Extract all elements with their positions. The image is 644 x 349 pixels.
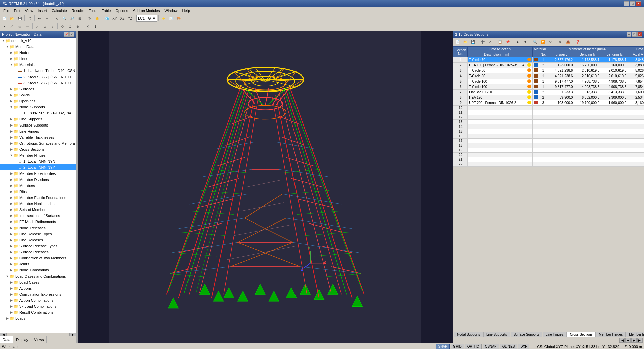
tree-intersections[interactable]: ▶ 📁 Intersections of Surfaces xyxy=(0,213,76,219)
menu-tools[interactable]: Tools xyxy=(87,8,99,13)
dt-save[interactable]: 💾 xyxy=(469,38,477,45)
tab-member-eccentricities[interactable]: Member Eccentricities xyxy=(626,332,644,337)
menu-file[interactable]: File xyxy=(1,8,11,13)
dt-add[interactable]: ➕ xyxy=(479,38,486,45)
tb-rotate[interactable]: ↻ xyxy=(86,15,93,22)
menu-edit[interactable]: Edit xyxy=(12,8,22,13)
tree-surface-supports[interactable]: ▶ 📁 Surface Supports xyxy=(0,122,76,128)
snap-btn[interactable]: SNAP xyxy=(436,344,449,349)
tb-node[interactable]: • xyxy=(1,23,8,30)
tb-zoom-all[interactable]: ⊞ xyxy=(76,15,84,22)
tree-toggle-mnl[interactable]: ▶ xyxy=(9,202,13,205)
tree-toggle-srt[interactable]: ▶ xyxy=(9,244,13,248)
tab-cross-sections[interactable]: Cross-Sections xyxy=(567,332,596,337)
tree-sets-members[interactable]: ▶ 📁 Sets of Members xyxy=(0,207,76,213)
tree-toggle-sr[interactable]: ▶ xyxy=(9,250,13,254)
tree-line-supports[interactable]: ▶ 📁 Line Supports xyxy=(0,116,76,122)
tree-toggle-ce[interactable]: ▶ xyxy=(9,293,13,296)
tree-line-releases[interactable]: ▶ 📁 Line Releases xyxy=(0,237,76,243)
dxf-btn[interactable]: DXF xyxy=(518,344,529,349)
panel-header-controls[interactable]: 📌 ✕ xyxy=(64,32,74,37)
tree-toggle-me[interactable]: ▶ xyxy=(9,172,13,175)
tb-properties[interactable]: ℹ xyxy=(92,23,99,30)
tree-toggle-orth[interactable]: ▶ xyxy=(9,142,13,145)
table-row[interactable]: 3 T-Circle 80 1 4,021,238.6 2,010,619.3 … xyxy=(453,68,644,73)
tb-delete[interactable]: ✕ xyxy=(84,23,91,30)
tree-toggle-joints[interactable]: ▶ xyxy=(9,262,13,266)
tb-snap-node[interactable]: ⊙ xyxy=(66,23,74,30)
tree-nodal-supports[interactable]: ▼ 📁 Nodal Supports xyxy=(0,104,76,110)
tb-snap-mid[interactable]: ⊕ xyxy=(74,23,82,30)
tree-member-elastic[interactable]: ▶ 📁 Member Elastic Foundations xyxy=(0,195,76,201)
osnap-btn[interactable]: OSNAP xyxy=(483,344,499,349)
dt-delete[interactable]: ✕ xyxy=(487,38,494,45)
scroll-left-btn[interactable]: ◀ xyxy=(0,333,7,336)
tree-toggle-nc[interactable]: ▶ xyxy=(9,268,13,272)
table-row[interactable]: 13 xyxy=(453,120,644,124)
tb-zoom-in[interactable]: 🔍 xyxy=(61,15,68,22)
tree-container[interactable]: ▼ 📁 doutnik_v10 ▼ 📁 Model Data ▶ 📁 Nodes… xyxy=(0,38,76,333)
tree-toggle-root[interactable]: ▼ xyxy=(1,39,5,42)
tree-members[interactable]: ▶ 📁 Members xyxy=(0,183,76,189)
table-row[interactable]: 17 xyxy=(453,139,644,143)
tree-mh1[interactable]: ◇ 1: Local: NNN NYN xyxy=(0,158,76,164)
tree-ribs[interactable]: ▶ 📁 Ribs xyxy=(0,189,76,195)
table-row[interactable]: 11 xyxy=(453,110,644,115)
nav-prev[interactable]: ◀ xyxy=(625,338,631,343)
tb-view-xz[interactable]: XZ xyxy=(119,15,126,22)
tab-line-supports[interactable]: Line Supports xyxy=(483,332,510,337)
tree-toggle-solids[interactable]: ▶ xyxy=(9,93,13,97)
tree-toggle-nodes[interactable]: ▶ xyxy=(9,51,13,54)
menu-window[interactable]: Window xyxy=(162,8,179,13)
tree-toggle-lh[interactable]: ▶ xyxy=(9,130,13,133)
tree-toggle-ac[interactable]: ▶ xyxy=(9,299,13,302)
table-row[interactable]: 18 xyxy=(453,143,644,148)
tb-new[interactable]: 📄 xyxy=(1,15,8,22)
tree-toggle-lr[interactable]: ▶ xyxy=(9,238,13,242)
tree-solids[interactable]: ▶ 📁 Solids xyxy=(0,92,76,98)
tb-print[interactable]: 🖨 xyxy=(26,15,33,22)
table-row[interactable]: 21 xyxy=(453,157,644,162)
tree-materials[interactable]: ▼ 📁 Materials xyxy=(0,62,76,68)
dt-help[interactable]: ❓ xyxy=(574,38,581,45)
viewport[interactable]: X Y Z xyxy=(78,31,453,343)
table-row[interactable]: 7 Flat Bar 160/10 2 51,233.3 13,333.3 3,… xyxy=(453,90,644,95)
tree-mat1[interactable]: ▬ 1: Hardwood Timber D40 | ČSN xyxy=(0,68,76,74)
dt-up[interactable]: ▲ xyxy=(514,38,521,45)
load-case-dropdown[interactable]: LC1 - G ▼ xyxy=(136,15,157,22)
dt-open[interactable]: 📂 xyxy=(462,38,469,45)
tree-loads[interactable]: ▶ 📁 Loads xyxy=(0,315,76,321)
tab-nodal-supports[interactable]: Nodal Supports xyxy=(454,332,483,337)
menu-view[interactable]: View xyxy=(23,8,35,13)
menu-table[interactable]: Table xyxy=(100,8,113,13)
tree-combination-expressions[interactable]: ▶ 📁 Combination Expressions xyxy=(0,291,76,297)
nav-first[interactable]: |◀ xyxy=(619,338,625,343)
tree-nodal-releases[interactable]: ▶ 📁 Nodal Releases xyxy=(0,225,76,231)
tree-surface-releases[interactable]: ▶ 📁 Surface Releases xyxy=(0,249,76,255)
tree-toggle-cs[interactable]: ▶ xyxy=(9,148,13,151)
nav-last[interactable]: ▶| xyxy=(637,338,643,343)
tree-nodal-constraints[interactable]: ▶ 📁 Nodal Constraints xyxy=(0,267,76,273)
menu-calculate[interactable]: Calculate xyxy=(50,8,69,13)
tree-toggle-md[interactable]: ▶ xyxy=(9,178,13,181)
tb-view-yz[interactable]: YZ xyxy=(126,15,134,22)
title-bar-controls[interactable]: ─ □ ✕ xyxy=(624,1,641,6)
tab-display[interactable]: Display xyxy=(13,336,31,343)
table-row[interactable]: 8 HEA 120 2 59,900.0 6,062,000.0 2,309,0… xyxy=(453,95,644,100)
dt-export[interactable]: 📤 xyxy=(564,38,572,45)
tree-toggle-rc[interactable]: ▶ xyxy=(9,311,13,314)
table-row[interactable]: 5 T-Circle 100 1 9,817,477.0 4,908,738.5… xyxy=(453,79,644,84)
menu-addons[interactable]: Add-on Modules xyxy=(131,8,162,13)
table-row[interactable]: 9 UPE 200 | Ferona - DIN 1026-2 3 103,00… xyxy=(453,100,644,106)
tb-snap-grid[interactable]: ⊹ xyxy=(59,23,66,30)
tb-load[interactable]: ↓ xyxy=(49,23,56,30)
dt-new[interactable]: 📄 xyxy=(454,38,461,45)
tree-line-release-types[interactable]: ▶ 📁 Line Release Types xyxy=(0,231,76,237)
tb-zoom-out[interactable]: 🔎 xyxy=(68,15,76,22)
tree-toggle-surfaces[interactable]: ▶ xyxy=(9,87,13,91)
table-row[interactable]: 12 xyxy=(453,115,644,120)
tree-toggle-lrt[interactable]: ▶ xyxy=(9,232,13,236)
tree-orthotropic[interactable]: ▶ 📁 Orthotropic Surfaces and Membra xyxy=(0,140,76,146)
tree-toggle-lines[interactable]: ▶ xyxy=(9,57,13,60)
tree-openings[interactable]: ▶ 📁 Openings xyxy=(0,98,76,104)
